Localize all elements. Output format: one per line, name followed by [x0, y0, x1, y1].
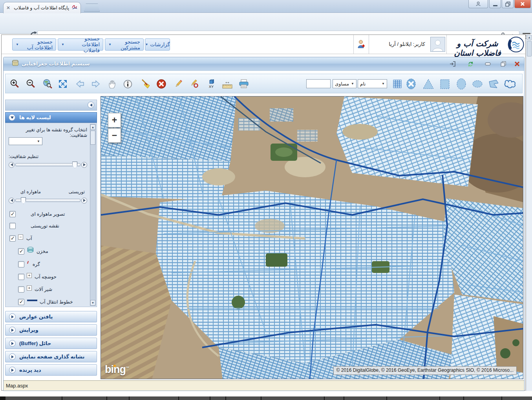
accordion-birds-eye[interactable]: دید پرنده	[5, 364, 97, 376]
browser-maximize-button[interactable]	[502, 0, 514, 8]
slider-left-arrow[interactable]	[9, 198, 15, 204]
zoom-world-icon[interactable]	[42, 77, 53, 91]
attribute-table-grid-icon[interactable]	[391, 77, 403, 91]
identify-info-icon[interactable]	[122, 77, 133, 91]
pan-hand-icon[interactable]	[106, 77, 118, 91]
restore-icon[interactable]	[499, 60, 507, 68]
layers-panel-header[interactable]: لیست لایه ها	[5, 112, 97, 123]
slider-left-arrow[interactable]	[9, 162, 15, 168]
accordion-screen-bookmark[interactable]: نشانه گذاری صفحه نمایش	[5, 351, 97, 362]
scroll-down-icon[interactable]: ▼	[90, 300, 95, 305]
tree-collapse-box[interactable]: −	[18, 235, 23, 240]
layer-checkbox[interactable]	[18, 299, 24, 305]
select-ellipse-vertical-icon[interactable]	[455, 77, 468, 91]
browser-minimize-button[interactable]	[489, 0, 501, 8]
delete-red-x-icon[interactable]	[155, 77, 167, 91]
next-view-icon[interactable]	[90, 77, 102, 91]
logout-button[interactable]	[356, 38, 367, 51]
slider-right-arrow[interactable]	[81, 198, 87, 204]
basemap-blend-slider[interactable]	[9, 197, 87, 204]
menu-reports[interactable]: ▼ گزارشات	[145, 38, 170, 51]
layer-checkbox[interactable]	[9, 223, 16, 229]
slider-track[interactable]	[15, 163, 80, 166]
clear-selection-x-icon[interactable]	[405, 77, 417, 91]
page-scrollbar[interactable]: ▲ ▼	[526, 35, 532, 397]
accordion-toggle-icon[interactable]	[9, 340, 16, 347]
slider-track[interactable]	[15, 199, 80, 202]
layer-label[interactable]: نقشه توریستی	[31, 223, 59, 229]
dock-pin-icon[interactable]	[449, 60, 457, 68]
filter-value-input[interactable]	[306, 79, 331, 88]
print-icon[interactable]	[238, 77, 250, 91]
select-freehand-icon[interactable]	[504, 77, 516, 91]
layer-label[interactable]: خطوط انتقال آب	[40, 299, 73, 305]
map-viewport[interactable]: + − bing™ © 2016 DigitalGlobe, © 2016 Ge…	[101, 96, 523, 379]
layer-label[interactable]: تصویر ماهواره ای	[31, 211, 65, 217]
close-icon[interactable]	[513, 60, 521, 68]
opacity-slider[interactable]	[9, 161, 87, 168]
scroll-up-icon[interactable]: ▲	[527, 35, 532, 40]
browser-profile-button[interactable]	[468, 0, 488, 8]
scroll-thumb[interactable]	[90, 131, 95, 145]
layer-checkbox[interactable]	[9, 211, 16, 217]
operator-select[interactable]: مساوی ▼	[333, 79, 356, 88]
accordion-toggle-icon[interactable]	[9, 313, 16, 320]
refresh-icon[interactable]	[466, 60, 474, 68]
field-select[interactable]: نام ▼	[358, 79, 387, 88]
layer-label[interactable]: گره	[33, 262, 40, 267]
layer-label[interactable]: حوضچه آب	[35, 274, 57, 280]
accordion-label: حائل (Buffer)	[19, 340, 51, 346]
select-ellipse-horizontal-icon[interactable]	[471, 77, 484, 91]
xy-coordinates-icon[interactable]: XY	[205, 77, 217, 91]
sidebar-collapse-button[interactable]	[88, 102, 94, 108]
layer-label[interactable]: آب	[26, 236, 32, 241]
new-tab-button[interactable]	[84, 4, 100, 12]
layer-checkbox[interactable]	[9, 235, 16, 242]
tree-expand-box[interactable]: +	[27, 285, 32, 291]
zoom-in-icon[interactable]	[9, 77, 20, 91]
select-rectangle-icon[interactable]	[439, 77, 451, 91]
opacity-label: تنظیم شفافیت:	[9, 154, 38, 159]
menu-search-water-info[interactable]: ▼ جستجو اطلاعات آب	[12, 38, 56, 51]
accordion-find-features[interactable]: یافتن عوارض	[5, 311, 97, 322]
scroll-up-icon[interactable]: ▲	[90, 124, 95, 130]
minimize-icon[interactable]	[484, 60, 492, 68]
slider-thumb[interactable]	[21, 197, 26, 204]
accordion-toggle-icon[interactable]	[9, 353, 16, 360]
layers-scrollbar[interactable]: ▲ ▼	[90, 124, 96, 306]
map-zoom-out-button[interactable]: −	[108, 128, 121, 143]
gis-titlebar[interactable]: سیستم اطلاعات جغرافیایی	[4, 57, 524, 71]
measure-ruler-icon[interactable]: ↔	[221, 77, 233, 91]
map-zoom-in-button[interactable]: +	[108, 113, 121, 127]
slider-right-arrow[interactable]	[81, 162, 87, 168]
panel-toggle-icon[interactable]	[9, 114, 15, 121]
draw-line-pencil-icon[interactable]	[172, 77, 184, 91]
menu-search-subscribers[interactable]: ▼ جستجو مشترکین	[105, 38, 144, 51]
previous-view-icon[interactable]	[74, 77, 86, 91]
accordion-buffer[interactable]: حائل (Buffer)	[5, 338, 97, 349]
select-triangle-icon[interactable]	[422, 77, 435, 91]
group-select[interactable]: ▼	[9, 137, 42, 145]
layer-label[interactable]: شیر آلات	[35, 287, 52, 292]
clear-broom-icon[interactable]	[140, 77, 152, 91]
zoom-out-icon[interactable]	[25, 77, 37, 91]
layer-label[interactable]: مخزن	[37, 249, 48, 254]
browser-close-button[interactable]	[514, 0, 531, 8]
accordion-toggle-icon[interactable]	[9, 327, 16, 333]
layer-checkbox[interactable]	[18, 286, 24, 293]
menu-search-sewage-info[interactable]: ▼ جستجو اطلاعات فاضلاب	[58, 38, 103, 51]
accordion-toggle-icon[interactable]	[9, 367, 16, 373]
tree-expand-box[interactable]: +	[27, 273, 32, 278]
layer-checkbox[interactable]	[18, 248, 24, 255]
layer-checkbox[interactable]	[18, 274, 24, 280]
browser-tab[interactable]: ✕ پایگاه اطلاعات آب و فاضلاب استا	[3, 2, 81, 13]
draw-shape-pencil-icon[interactable]	[188, 77, 200, 91]
layers-panel-title: لیست لایه ها	[19, 115, 51, 120]
accordion-edit[interactable]: ویرایش	[5, 324, 97, 336]
slider-thumb[interactable]	[72, 162, 77, 168]
layer-checkbox[interactable]	[18, 261, 24, 267]
select-polygon-icon[interactable]	[487, 77, 500, 91]
full-extent-icon[interactable]	[57, 77, 69, 91]
scroll-thumb[interactable]	[527, 41, 532, 56]
tab-close-icon[interactable]: ✕	[6, 5, 10, 11]
